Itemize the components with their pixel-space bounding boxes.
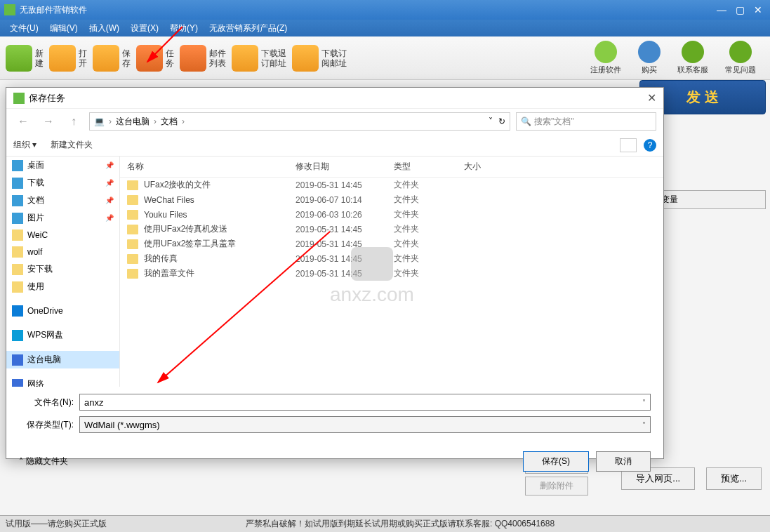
sidebar-item[interactable]: 桌面📌: [6, 157, 119, 174]
main-toolbar: 新建 打开 保存 任务 邮件列表 下载退订邮址 下载订阅邮址 注册软件 购买 联…: [0, 36, 770, 80]
close-button[interactable]: ✕: [750, 4, 766, 16]
file-date: 2019-05-31 14:45: [296, 269, 394, 279]
file-date: 2019-05-31 14:45: [296, 180, 394, 190]
folder-icon: [127, 210, 138, 220]
search-input[interactable]: 🔍 搜索"文档": [516, 112, 656, 131]
file-type: 文件夹: [394, 194, 464, 206]
folder-icon: [127, 225, 138, 234]
sidebar-item[interactable]: WPS网盘: [6, 326, 119, 344]
faq-button[interactable]: 常见问题: [725, 41, 756, 75]
menu-insert[interactable]: 插入(W): [84, 22, 125, 34]
help-icon[interactable]: ?: [644, 139, 656, 152]
file-date: 2019-06-03 10:26: [296, 210, 394, 220]
sidebar-item[interactable]: 网络: [6, 375, 119, 387]
nav-up-button[interactable]: ↑: [64, 112, 84, 131]
refresh-icon[interactable]: ↻: [498, 117, 505, 126]
file-type: 文件夹: [394, 179, 464, 191]
filename-input[interactable]: ˅: [79, 394, 651, 411]
folder-icon: [12, 160, 23, 171]
sidebar-item[interactable]: 安下载: [6, 260, 119, 278]
folder-icon: [12, 281, 23, 293]
delete-attachment-button[interactable]: 删除附件: [525, 477, 588, 496]
dialog-save-button[interactable]: 保存(S): [523, 451, 589, 472]
file-row[interactable]: 使用UFax2签章工具盖章2019-05-31 14:45文件夹: [120, 237, 663, 251]
sidebar-item[interactable]: OneDrive: [6, 302, 119, 319]
folder-icon: [127, 195, 138, 205]
sidebar-item[interactable]: 文档📌: [6, 192, 119, 209]
menu-edit[interactable]: 编辑(V): [44, 22, 84, 34]
menu-products[interactable]: 无敌营销系列产品(Z): [204, 22, 293, 34]
menu-help[interactable]: 帮助(Y): [164, 22, 204, 34]
view-button[interactable]: [620, 138, 637, 152]
new-folder-button[interactable]: 新建文件夹: [51, 139, 93, 151]
app-icon: [4, 4, 15, 15]
preview-button[interactable]: 预览...: [706, 467, 762, 490]
filetype-label: 保存类型(T):: [19, 419, 79, 431]
file-type: 文件夹: [394, 267, 464, 279]
file-date: 2019-05-31 14:45: [296, 225, 394, 234]
file-list-header: 名称 修改日期 类型 大小: [120, 157, 663, 178]
search-icon: 🔍: [521, 117, 531, 126]
menu-settings[interactable]: 设置(X): [125, 22, 164, 34]
file-date: 2019-05-31 14:45: [296, 254, 394, 264]
sidebar-item[interactable]: WeiC: [6, 227, 119, 244]
file-row[interactable]: 我的传真2019-05-31 14:45文件夹: [120, 251, 663, 266]
sidebar-item-label: 图片: [27, 212, 44, 224]
contact-button[interactable]: 联系客服: [677, 41, 708, 75]
hide-folders-toggle[interactable]: ˄ 隐藏文件夹: [19, 455, 68, 467]
save-button[interactable]: 保存: [93, 45, 131, 72]
variable-button[interactable]: 变量: [653, 190, 766, 209]
folder-icon: [12, 305, 23, 317]
pin-icon: 📌: [105, 214, 114, 222]
file-date: 2019-06-07 10:14: [296, 195, 394, 205]
app-title: 无敌邮件营销软件: [20, 4, 87, 16]
sidebar-item[interactable]: wolf: [6, 244, 119, 260]
file-row[interactable]: WeChat Files2019-06-07 10:14文件夹: [120, 192, 663, 207]
download-unsub-button[interactable]: 下载退订邮址: [232, 45, 286, 72]
file-row[interactable]: 使用UFax2传真机发送2019-05-31 14:45文件夹: [120, 222, 663, 237]
file-type: 文件夹: [394, 253, 464, 265]
organize-button[interactable]: 组织 ▾: [13, 139, 36, 151]
menu-file[interactable]: 文件(U): [4, 22, 44, 34]
dialog-icon: [13, 93, 25, 104]
file-row[interactable]: 我的盖章文件2019-05-31 14:45文件夹: [120, 266, 663, 281]
filetype-dropdown-icon[interactable]: ˅: [642, 421, 646, 429]
buy-button[interactable]: 购买: [638, 41, 661, 75]
sidebar-item[interactable]: 下载📌: [6, 174, 119, 192]
pin-icon: 📌: [105, 179, 114, 187]
file-row[interactable]: Youku Files2019-06-03 10:26文件夹: [120, 207, 663, 222]
filetype-select[interactable]: WdMail (*.wwgms) ˅: [79, 416, 651, 433]
pin-icon: 📌: [105, 197, 114, 204]
open-button[interactable]: 打开: [49, 45, 87, 72]
maximize-button[interactable]: ▢: [732, 4, 748, 16]
folder-icon: [12, 330, 23, 341]
new-button[interactable]: 新建: [6, 45, 44, 72]
folder-icon: [12, 230, 23, 241]
folder-icon: [12, 195, 23, 206]
dialog-close-button[interactable]: ✕: [647, 91, 656, 105]
file-date: 2019-05-31 14:45: [296, 239, 394, 249]
folder-icon: [12, 379, 23, 387]
folder-icon: [127, 269, 138, 279]
task-button[interactable]: 任务: [136, 45, 174, 72]
breadcrumb-dropdown-icon[interactable]: ˅: [489, 117, 493, 126]
pin-icon: 📌: [105, 161, 114, 169]
sidebar-item[interactable]: 图片📌: [6, 209, 119, 227]
window-titlebar: 无敌邮件营销软件 — ▢ ✕: [0, 0, 770, 20]
nav-back-button[interactable]: ←: [13, 112, 33, 131]
statusbar: 试用版——请您购买正式版 严禁私自破解！如试用版到期延长试用期或购买正式版请联系…: [0, 515, 770, 532]
sidebar-item[interactable]: 这台电脑: [6, 351, 119, 368]
mail-list-button[interactable]: 邮件列表: [180, 45, 226, 72]
folder-icon: [127, 239, 138, 249]
breadcrumb[interactable]: 💻 › 这台电脑 › 文档 › ˅ ↻: [89, 112, 510, 131]
sidebar-item[interactable]: 使用: [6, 278, 119, 295]
dialog-cancel-button[interactable]: 取消: [596, 451, 651, 472]
sidebar-item-label: 下载: [27, 177, 44, 189]
register-button[interactable]: 注册软件: [590, 41, 621, 75]
minimize-button[interactable]: —: [714, 4, 729, 16]
nav-forward-button[interactable]: →: [39, 112, 58, 131]
file-row[interactable]: UFax2接收的文件2019-05-31 14:45文件夹: [120, 178, 663, 192]
dialog-sidebar: 桌面📌下载📌文档📌图片📌WeiCwolf安下载使用OneDriveWPS网盘这台…: [6, 157, 120, 387]
filename-dropdown-icon[interactable]: ˅: [642, 399, 646, 406]
download-sub-button[interactable]: 下载订阅邮址: [292, 45, 347, 72]
